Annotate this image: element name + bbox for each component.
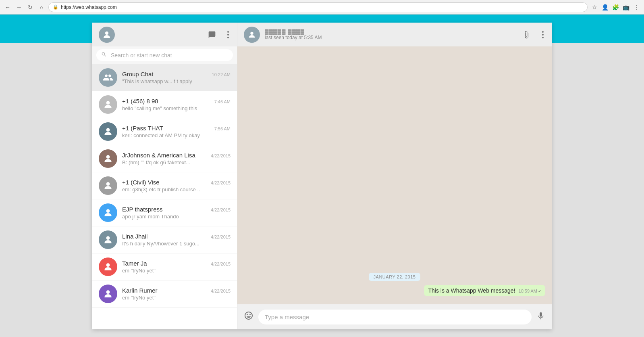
- chat-name: Tamer Ja: [122, 260, 147, 267]
- chat-avatar-placeholder: [99, 149, 117, 168]
- reload-button[interactable]: ↻: [26, 3, 35, 12]
- chat-info: +1 (Pass THAT 7:56 AM keri: connected at…: [122, 125, 231, 138]
- star-button[interactable]: ☆: [590, 3, 599, 12]
- chat-name: +1 (456) 8 98: [122, 98, 158, 105]
- chat-name: Group Chat: [122, 71, 154, 77]
- chat-name: Karlin Rumer: [122, 287, 158, 294]
- svg-point-12: [250, 31, 253, 34]
- back-button[interactable]: ←: [3, 3, 12, 12]
- sidebar: Group Chat 10:22 AM "This is whatsapp w.…: [92, 23, 237, 329]
- chat-time: 4/22/2015: [211, 207, 231, 212]
- chat-info: EJP thatspress 4/22/2015 apo jr yam mom …: [122, 206, 231, 220]
- user-avatar[interactable]: [99, 27, 115, 43]
- chat-header-info[interactable]: ▓▓▓▓▓ ▓▓▓▓ last seen today at 5:35 AM: [265, 29, 516, 40]
- chat-top: +1 (Pass THAT 7:56 AM: [122, 125, 231, 132]
- chat-name: Lina Jhail: [122, 233, 147, 240]
- svg-point-3: [227, 37, 229, 38]
- chat-top: Group Chat 10:22 AM: [122, 71, 231, 77]
- chat-top: Lina Jhail 4/22/2015: [122, 233, 231, 240]
- chat-preview: It's h daily NyA/however 1 sugo...: [122, 241, 231, 247]
- sidebar-menu-button[interactable]: [226, 29, 231, 40]
- address-bar: 🔒 https://web.whatsapp.com: [48, 2, 588, 12]
- chat-item[interactable]: Group Chat 10:22 AM "This is whatsapp w.…: [92, 64, 237, 91]
- svg-point-2: [227, 34, 229, 36]
- svg-point-4: [106, 101, 110, 105]
- svg-point-0: [105, 31, 108, 35]
- chat-info: Lina Jhail 4/22/2015 It's h daily NyA/ho…: [122, 233, 231, 247]
- mic-button[interactable]: [536, 312, 545, 322]
- bubble-meta: 10:59 AM ✓: [519, 289, 541, 293]
- chat-item[interactable]: EJP thatspress 4/22/2015 apo jr yam mom …: [92, 199, 237, 226]
- cast-button[interactable]: 📺: [621, 3, 630, 12]
- chat-preview: em "tryNo yet": [122, 268, 231, 274]
- chat-avatar: [99, 68, 117, 87]
- search-icon: [101, 52, 107, 59]
- sidebar-header: [92, 23, 237, 46]
- svg-point-14: [542, 34, 544, 36]
- chat-avatar: [99, 95, 117, 114]
- chat-avatar-placeholder: [99, 176, 117, 195]
- search-input[interactable]: [111, 52, 228, 59]
- chat-item[interactable]: Tamer Ja 4/22/2015 em "tryNo yet": [92, 253, 237, 280]
- chat-info: Karlin Rumer 4/22/2015 em "tryNo yet": [122, 287, 231, 301]
- chat-avatar: [99, 176, 117, 195]
- bubble-content: This is a Whatsapp Web message! 10:59 AM…: [424, 285, 545, 296]
- chat-time: 10:22 AM: [212, 72, 231, 77]
- messages-area: JANUARY 22, 2015 This is a Whatsapp Web …: [237, 46, 552, 304]
- chat-name: JrJohnson & American Lisa: [122, 152, 195, 159]
- chat-item[interactable]: +1 (Pass THAT 7:56 AM keri: connected at…: [92, 118, 237, 145]
- bubble-time: 10:59 AM: [519, 289, 537, 293]
- svg-point-9: [106, 236, 110, 240]
- chat-header-icons: [521, 29, 545, 40]
- chat-item[interactable]: +1 (456) 8 98 7:46 AM hello "calling me"…: [92, 91, 237, 118]
- chat-item[interactable]: JrJohnson & American Lisa 4/22/2015 B: (…: [92, 145, 237, 172]
- chat-avatar: [99, 203, 117, 222]
- chat-preview: B: (hm) "" f/q ok g6 faketext...: [122, 159, 231, 165]
- svg-point-15: [542, 37, 544, 38]
- svg-point-13: [542, 31, 544, 33]
- menu-button[interactable]: ⋮: [632, 3, 641, 12]
- chat-avatar-placeholder: [99, 230, 117, 249]
- chat-info: +1 (456) 8 98 7:46 AM hello "calling me"…: [122, 98, 231, 111]
- chat-time: 4/22/2015: [211, 153, 231, 158]
- chat-avatar: [99, 149, 117, 168]
- active-chat-avatar[interactable]: [244, 27, 260, 43]
- message-bubble-sent: This is a Whatsapp Web message! 10:59 AM…: [424, 285, 545, 296]
- date-chip: JANUARY 22, 2015: [369, 273, 421, 281]
- emoji-button[interactable]: [244, 311, 253, 323]
- chat-avatar-placeholder: [99, 285, 117, 303]
- chat-top: JrJohnson & American Lisa 4/22/2015: [122, 152, 231, 159]
- chat-name: +1 (Pass THAT: [122, 125, 163, 132]
- bubble-text: This is a Whatsapp Web message!: [428, 287, 515, 294]
- svg-point-7: [106, 182, 110, 186]
- chat-list: Group Chat 10:22 AM "This is whatsapp w.…: [92, 64, 237, 329]
- check-icon: ✓: [538, 289, 541, 293]
- compose-button[interactable]: [206, 29, 218, 40]
- message-input[interactable]: [258, 310, 532, 324]
- chat-item[interactable]: Karlin Rumer 4/22/2015 em "tryNo yet": [92, 280, 237, 308]
- chat-avatar-placeholder: [99, 95, 117, 114]
- active-chat-avatar-inner: [244, 27, 260, 43]
- chat-time: 4/22/2015: [211, 262, 231, 266]
- avatar-placeholder: [99, 27, 115, 43]
- extensions-button[interactable]: 🧩: [611, 3, 620, 12]
- chat-info: Group Chat 10:22 AM "This is whatsapp w.…: [122, 71, 231, 84]
- attach-button[interactable]: [521, 29, 532, 40]
- active-chat-status: last seen today at 5:35 AM: [265, 35, 516, 40]
- chat-preview: hello "calling me" something this: [122, 105, 231, 111]
- chat-header: ▓▓▓▓▓ ▓▓▓▓ last seen today at 5:35 AM: [237, 23, 552, 46]
- chat-avatar: [99, 230, 117, 249]
- chat-name: +1 (Civil) Vise: [122, 179, 160, 186]
- profile-button[interactable]: 👤: [600, 3, 609, 12]
- chat-time: 4/22/2015: [211, 180, 231, 185]
- chat-time: 4/22/2015: [211, 234, 231, 239]
- chat-item[interactable]: +1 (Civil) Vise 4/22/2015 em: g3h(3) etc…: [92, 172, 237, 199]
- sidebar-header-icons: [206, 29, 231, 40]
- chat-item[interactable]: Lina Jhail 4/22/2015 It's h daily NyA/ho…: [92, 226, 237, 253]
- chat-top: +1 (456) 8 98 7:46 AM: [122, 98, 231, 105]
- home-button[interactable]: ⌂: [37, 3, 46, 12]
- chat-menu-button[interactable]: [540, 29, 545, 40]
- forward-button[interactable]: →: [15, 3, 23, 12]
- chat-name: EJP thatspress: [122, 206, 163, 213]
- search-input-wrap: [96, 49, 233, 61]
